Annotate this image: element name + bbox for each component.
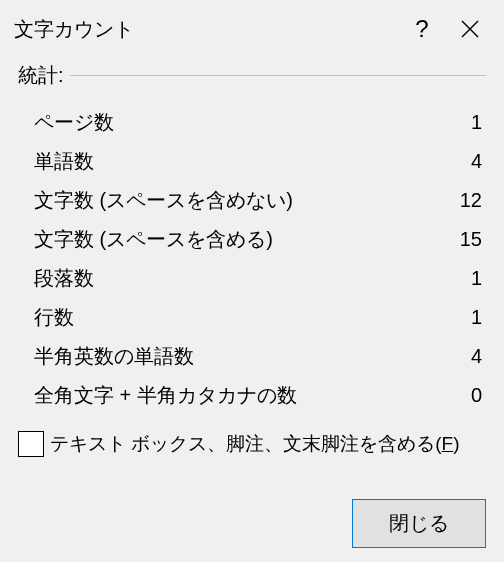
include-footnotes-checkbox[interactable] — [18, 431, 44, 457]
close-icon — [461, 20, 479, 38]
include-footnotes-row: テキスト ボックス、脚注、文末脚注を含める(F) — [18, 415, 486, 457]
include-footnotes-label[interactable]: テキスト ボックス、脚注、文末脚注を含める(F) — [50, 431, 460, 457]
stat-label: 半角英数の単語数 — [34, 343, 194, 370]
stats-group-label: 統計: — [18, 62, 64, 89]
dialog-title: 文字カウント — [14, 16, 398, 43]
stats-list: ページ数 1 単語数 4 文字数 (スペースを含めない) 12 文字数 (スペー… — [18, 103, 486, 415]
stat-value: 0 — [471, 384, 482, 407]
stat-row: 単語数 4 — [18, 142, 486, 181]
stat-label: ページ数 — [34, 109, 114, 136]
help-icon: ? — [415, 15, 428, 43]
stat-value: 1 — [471, 267, 482, 290]
stat-row: ページ数 1 — [18, 103, 486, 142]
stat-label: 単語数 — [34, 148, 94, 175]
stats-group-header: 統計: — [18, 62, 486, 89]
titlebar: 文字カウント ? — [0, 8, 504, 56]
stat-value: 1 — [471, 111, 482, 134]
stat-value: 15 — [460, 228, 482, 251]
help-button[interactable]: ? — [398, 12, 446, 46]
stat-label: 行数 — [34, 304, 74, 331]
titlebar-close-button[interactable] — [446, 12, 494, 46]
stat-row: 文字数 (スペースを含めない) 12 — [18, 181, 486, 220]
dialog-footer: 閉じる — [0, 499, 504, 548]
close-button[interactable]: 閉じる — [352, 499, 486, 548]
stat-value: 12 — [460, 189, 482, 212]
divider — [70, 75, 486, 76]
word-count-dialog: 文字カウント ? 統計: ページ数 1 単語数 4 文字数 ( — [0, 0, 504, 562]
stat-row: 文字数 (スペースを含める) 15 — [18, 220, 486, 259]
stat-value: 4 — [471, 150, 482, 173]
stat-row: 全角文字 + 半角カタカナの数 0 — [18, 376, 486, 415]
stat-label: 全角文字 + 半角カタカナの数 — [34, 382, 297, 409]
stat-value: 4 — [471, 345, 482, 368]
stat-label: 文字数 (スペースを含めない) — [34, 187, 293, 214]
stat-label: 段落数 — [34, 265, 94, 292]
stat-label: 文字数 (スペースを含める) — [34, 226, 273, 253]
stat-row: 段落数 1 — [18, 259, 486, 298]
stat-row: 半角英数の単語数 4 — [18, 337, 486, 376]
dialog-content: 統計: ページ数 1 単語数 4 文字数 (スペースを含めない) 12 文字数 … — [0, 56, 504, 499]
stat-value: 1 — [471, 306, 482, 329]
stat-row: 行数 1 — [18, 298, 486, 337]
